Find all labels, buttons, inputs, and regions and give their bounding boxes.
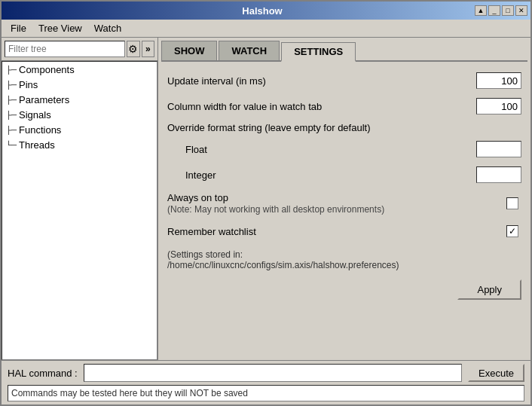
main-content: ⚙ » ├─ Components ├─ Pins ├─ Parameters … — [2, 38, 530, 360]
float-label: Float — [185, 144, 476, 155]
always-on-top-note: (Note: May not working with all desktop … — [167, 204, 384, 215]
status-bar: Commands may be tested here but they wil… — [8, 385, 524, 401]
tree-item-signals[interactable]: ├─ Signals — [2, 107, 157, 122]
expand-btn[interactable]: » — [142, 41, 155, 57]
settings-content: Update interval (in ms) Column width for… — [161, 68, 527, 357]
storage-info: (Settings stored in:/home/cnc/linuxcnc/c… — [161, 243, 527, 276]
integer-input[interactable] — [476, 166, 521, 183]
tree-expander-pins: ├─ — [5, 78, 17, 90]
menubar: File Tree View Watch — [2, 20, 530, 38]
column-width-label: Column width for value in watch tab — [167, 101, 476, 112]
tab-watch[interactable]: WATCH — [219, 41, 280, 60]
tree-item-parameters[interactable]: ├─ Parameters — [2, 92, 157, 107]
filter-bar: ⚙ » — [2, 38, 157, 61]
always-on-top-checkbox[interactable] — [506, 197, 518, 209]
filter-input[interactable] — [5, 41, 125, 57]
update-interval-row: Update interval (in ms) — [161, 68, 527, 93]
bottom-area: HAL command : Execute Commands may be te… — [2, 360, 530, 404]
gear-icon[interactable]: ⚙ — [127, 41, 140, 57]
status-text: Commands may be tested here but they wil… — [11, 388, 248, 398]
tab-bar: SHOW WATCH SETTINGS — [161, 41, 527, 62]
menu-file[interactable]: File — [5, 21, 32, 35]
remember-watchlist-row: Remember watchlist ✓ — [161, 219, 527, 243]
tree-label-parameters: Parameters — [19, 94, 69, 105]
update-interval-label: Update interval (in ms) — [167, 75, 476, 87]
remember-watchlist-checkbox[interactable]: ✓ — [506, 225, 518, 237]
main-window: Halshow ▲ _ □ ✕ File Tree View Watch ⚙ »… — [0, 0, 532, 406]
tree-item-threads[interactable]: └─ Threads — [2, 137, 157, 152]
tree-expander-threads: └─ — [5, 139, 17, 151]
right-panel: SHOW WATCH SETTINGS Update interval (in … — [158, 38, 530, 360]
tree-area: ├─ Components ├─ Pins ├─ Parameters ├─ S… — [2, 61, 157, 360]
apply-row: Apply — [161, 276, 527, 303]
tree-expander-functions: ├─ — [5, 124, 17, 136]
tree-label-threads: Threads — [19, 139, 55, 151]
window-title: Halshow — [50, 5, 475, 17]
hal-command-row: HAL command : Execute — [8, 364, 524, 382]
tree-label-signals: Signals — [19, 109, 51, 121]
execute-button[interactable]: Execute — [468, 364, 524, 382]
override-format-label: Override format string (leave empty for … — [167, 122, 371, 133]
restore-btn[interactable]: ▲ — [475, 5, 487, 16]
titlebar: Halshow ▲ _ □ ✕ — [2, 2, 530, 20]
tab-settings[interactable]: SETTINGS — [281, 42, 356, 62]
tree-label-components: Components — [19, 64, 75, 75]
menu-treeview[interactable]: Tree View — [32, 21, 88, 35]
tree-label-functions: Functions — [19, 124, 61, 136]
left-panel: ⚙ » ├─ Components ├─ Pins ├─ Parameters … — [2, 38, 158, 360]
tab-show[interactable]: SHOW — [161, 41, 217, 60]
hal-command-input[interactable] — [84, 364, 462, 382]
integer-row: Integer — [161, 162, 527, 188]
tree-item-pins[interactable]: ├─ Pins — [2, 77, 157, 92]
update-interval-input[interactable] — [476, 72, 521, 89]
always-on-top-row: Always on top (Note: May not working wit… — [161, 188, 527, 219]
tree-item-components[interactable]: ├─ Components — [2, 62, 157, 77]
override-format-section: Override format string (leave empty for … — [161, 119, 527, 136]
tree-item-functions[interactable]: ├─ Functions — [2, 122, 157, 137]
integer-label: Integer — [185, 169, 476, 181]
apply-button[interactable]: Apply — [457, 279, 521, 300]
tree-label-pins: Pins — [19, 79, 38, 90]
hal-command-label: HAL command : — [8, 368, 78, 379]
column-width-input[interactable] — [476, 98, 521, 114]
float-input[interactable] — [476, 141, 521, 157]
column-width-row: Column width for value in watch tab — [161, 93, 527, 119]
window-controls: ▲ _ □ ✕ — [475, 5, 527, 16]
always-on-top-label: Always on top (Note: May not working wit… — [167, 192, 506, 215]
minimize-btn[interactable]: _ — [488, 5, 500, 16]
menu-watch[interactable]: Watch — [88, 21, 127, 35]
maximize-btn[interactable]: □ — [502, 5, 514, 16]
tree-expander-signals: ├─ — [5, 108, 17, 121]
float-row: Float — [161, 136, 527, 162]
tree-expander-components: ├─ — [5, 63, 17, 75]
close-btn[interactable]: ✕ — [515, 5, 527, 16]
remember-watchlist-label: Remember watchlist — [167, 226, 506, 237]
tree-expander-parameters: ├─ — [5, 93, 17, 105]
